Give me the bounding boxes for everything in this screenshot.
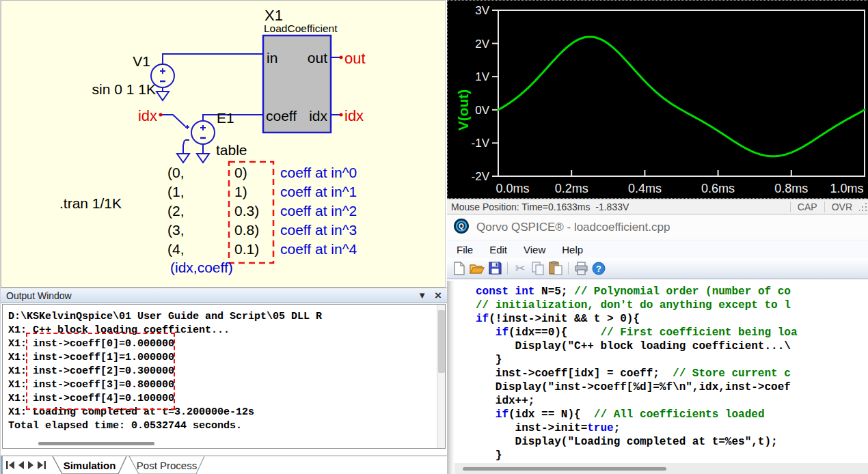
wire-in[interactable] — [163, 54, 263, 64]
pin-in-label: in — [267, 50, 277, 66]
editor-left-margin — [447, 281, 455, 474]
net-label-idx: idx — [344, 107, 364, 124]
ground-symbol-e1[interactable] — [197, 154, 209, 163]
ground-symbol-v1[interactable] — [157, 92, 169, 100]
code-line: inst->coeff[idx] = coeff; // Store curre… — [476, 367, 868, 380]
output-window-title-bar: Output Window ▼ × — [1, 288, 447, 303]
overwrite-indicator: OVR — [824, 201, 859, 212]
waveform-plot[interactable]: V(out) 3V2V1V0V-1V-2V0.0ms0.2ms0.4ms0.6m… — [448, 1, 868, 198]
wire-idx-src[interactable] — [162, 115, 185, 126]
output-horizontal-scrollbar[interactable] — [38, 442, 154, 445]
net-label-idx-src: idx — [138, 107, 157, 124]
console-line: Total elapsed time: 0.0532744 seconds. — [8, 419, 445, 433]
svg-text:coeff at in^1: coeff at in^1 — [280, 184, 357, 199]
output-window: Output Window ▼ × D:\KSKelvinQspice\01 U… — [1, 288, 447, 474]
next-tab-icon[interactable] — [28, 461, 33, 469]
new-file-icon[interactable] — [451, 261, 467, 276]
window-edge — [1, 456, 3, 474]
code-area[interactable]: const int N=5; // Polynomial order (numb… — [447, 281, 868, 464]
y-tick-label: 3V — [475, 4, 489, 17]
svg-text:(1,: (1, — [167, 184, 185, 199]
sheet-tabs: Simulation Post Process — [46, 456, 251, 474]
tran-directive: .tran 1/1K — [59, 195, 122, 211]
mouse-position-readout: Mouse Position: Time=0.1633ms -1.833V — [447, 201, 790, 212]
menu-help[interactable]: Help — [562, 244, 583, 255]
axis-ticks: 3V2V1V0V-1V-2V0.0ms0.2ms0.4ms0.6ms0.8ms1… — [472, 4, 865, 195]
cut-icon[interactable]: ✂ — [512, 261, 528, 276]
qorvo-logo-icon: Q — [453, 218, 470, 237]
toolbar-separator — [568, 262, 569, 275]
x-tick-label: 0.8ms — [774, 182, 808, 195]
vout-trace — [498, 37, 865, 156]
toolbar-separator — [507, 262, 508, 275]
console-output[interactable]: D:\KSKelvinQspice\01 User Guide and Scri… — [2, 304, 446, 449]
menu-edit[interactable]: Edit — [489, 244, 507, 255]
svg-text:(2,: (2, — [167, 203, 185, 219]
code-line: if(idx==0){ // First coefficient being l… — [476, 326, 868, 339]
svg-text:(3,: (3, — [167, 222, 185, 238]
y-tick-label: 2V — [475, 38, 489, 51]
x-tick-label: 0.0ms — [496, 182, 529, 195]
print-icon[interactable] — [573, 261, 589, 276]
menu-view[interactable]: View — [524, 244, 545, 255]
code-line: } — [476, 449, 868, 462]
console-lines: D:\KSKelvinQspice\01 User Guide and Scri… — [8, 310, 445, 433]
paste-icon[interactable] — [547, 261, 564, 276]
code-line: Display("C++ block loading coefficient..… — [476, 339, 868, 353]
v1-value: sin 0 1 1K — [92, 81, 156, 97]
ground-symbol-e1-ctrl[interactable] — [177, 154, 189, 163]
svg-text:coeff at in^4: coeff at in^4 — [280, 241, 357, 257]
table-comments: coeff at in^0 coeff at in^1 coeff at in^… — [280, 165, 357, 257]
code-lines: const int N=5; // Polynomial order (numb… — [476, 285, 868, 462]
code-line: Display("Loading completed at t=%es",t); — [476, 435, 868, 449]
tab-post-process-label[interactable]: Post Process — [137, 460, 197, 471]
y-tick-label: 1V — [475, 70, 489, 83]
x-tick-label: 0.6ms — [701, 182, 735, 195]
output-window-title: Output Window — [6, 290, 409, 301]
first-tab-icon[interactable] — [6, 461, 14, 469]
copy-icon[interactable] — [530, 261, 546, 276]
svg-text:?: ? — [596, 263, 601, 273]
svg-text:(0,: (0, — [167, 165, 185, 180]
e1-symbol[interactable] — [185, 121, 215, 144]
help-icon[interactable]: ? — [591, 261, 607, 276]
svg-text:(4,: (4, — [167, 241, 185, 257]
svg-text:coeff at in^2: coeff at in^2 — [280, 203, 357, 219]
menu-file[interactable]: File — [457, 244, 473, 255]
output-vertical-scrollbar[interactable] — [437, 305, 445, 448]
code-line: Display("inst->coeff[%d]=%f\n",idx,inst-… — [476, 380, 868, 394]
tab-simulation-label[interactable]: Simulation — [64, 460, 116, 471]
console-line: X1: inst->coeff[3]=0.800000 — [8, 378, 445, 392]
scrollbar-thumb[interactable] — [438, 310, 445, 373]
console-line: X1: C++ block loading coefficient... — [8, 324, 445, 337]
y-tick-label: -2V — [472, 170, 490, 183]
svg-text:coeff at in^0: coeff at in^0 — [280, 165, 357, 180]
waveform-panel[interactable]: V(out) 3V2V1V0V-1V-2V0.0ms0.2ms0.4ms0.6m… — [447, 0, 868, 199]
editor-horizontal-scrollbar[interactable] — [455, 463, 868, 474]
code-line: const int N=5; // Polynomial order (numb… — [476, 285, 868, 298]
caps-indicator: CAP — [790, 201, 824, 212]
wire-e1-ctrl-gnd[interactable] — [183, 140, 185, 154]
net-dot-out — [340, 56, 343, 59]
last-tab-icon[interactable] — [38, 461, 46, 469]
svg-text:0.3): 0.3) — [234, 203, 259, 219]
console-line: X1: Loading completed at t=3.200000e-12s — [8, 406, 445, 419]
code-editor-window: Q Qorvo QSPICE® - loadcoefficient.cpp Fi… — [447, 214, 868, 474]
close-icon[interactable]: × — [435, 291, 442, 300]
output-tab-bar: Simulation Post Process — [1, 456, 447, 474]
editor-menu-bar: File Edit View Help — [447, 240, 868, 258]
resize-grip-icon[interactable] — [859, 201, 868, 212]
x1-type: LoadCoefficient — [264, 23, 338, 34]
collapse-icon[interactable]: ▼ — [418, 290, 426, 301]
prev-tab-icon[interactable] — [18, 461, 24, 469]
open-file-icon[interactable] — [469, 261, 485, 276]
e1-ref: E1 — [217, 110, 234, 126]
code-line: idx++; — [476, 394, 868, 408]
schematic-canvas[interactable]: X1 LoadCoefficient in out coeff idx V1 — [1, 1, 445, 287]
v1-ref: V1 — [133, 53, 150, 69]
schematic-panel[interactable]: X1 LoadCoefficient in out coeff idx V1 — [1, 0, 446, 288]
save-file-icon[interactable] — [487, 261, 503, 276]
code-line: if(idx == N){ // All coefficients loaded — [476, 408, 868, 421]
scrollbar-thumb[interactable] — [463, 467, 666, 471]
console-line: X1: inst->coeff[2]=0.300000 — [8, 365, 445, 378]
